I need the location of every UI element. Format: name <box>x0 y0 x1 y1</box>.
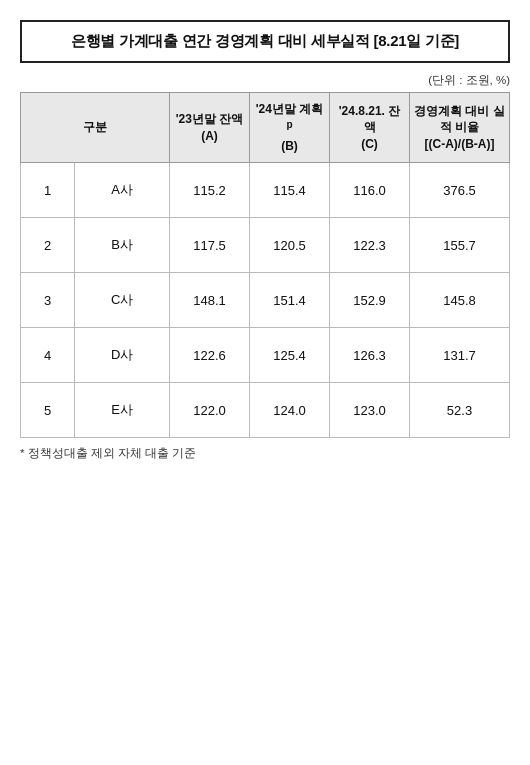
cell-name: A사 <box>75 163 170 218</box>
cell-b: 120.5 <box>250 218 330 273</box>
cell-a: 117.5 <box>170 218 250 273</box>
col-header-c: '24.8.21. 잔액 (C) <box>330 93 410 163</box>
col-header-a: '23년말 잔액 (A) <box>170 93 250 163</box>
page-wrapper: 은행별 가계대출 연간 경영계획 대비 세부실적 [8.21일 기준] (단위 … <box>20 20 510 461</box>
cell-c: 116.0 <box>330 163 410 218</box>
cell-name: D사 <box>75 328 170 383</box>
cell-ratio: 131.7 <box>410 328 510 383</box>
col-header-ratio: 경영계획 대비 실적 비율 [(C-A)/(B-A)] <box>410 93 510 163</box>
cell-num: 5 <box>21 383 75 438</box>
col-ratio-sub: [(C-A)/(B-A)] <box>425 137 495 151</box>
main-table: 구분 '23년말 잔액 (A) '24년말 계획p (B) '24.8.21. … <box>20 92 510 438</box>
cell-c: 126.3 <box>330 328 410 383</box>
cell-ratio: 52.3 <box>410 383 510 438</box>
cell-num: 2 <box>21 218 75 273</box>
cell-num: 1 <box>21 163 75 218</box>
col-b-sub: (B) <box>281 139 298 153</box>
cell-b: 151.4 <box>250 273 330 328</box>
unit-label: (단위 : 조원, %) <box>20 73 510 88</box>
cell-name: C사 <box>75 273 170 328</box>
col-b-label: '24년말 계획 <box>256 102 324 116</box>
col-a-sub: (A) <box>201 129 218 143</box>
col-ratio-label: 경영계획 대비 실적 비율 <box>414 104 505 135</box>
cell-ratio: 376.5 <box>410 163 510 218</box>
cell-a: 148.1 <box>170 273 250 328</box>
cell-name: B사 <box>75 218 170 273</box>
cell-a: 122.6 <box>170 328 250 383</box>
table-row: 4 D사 122.6 125.4 126.3 131.7 <box>21 328 510 383</box>
cell-num: 3 <box>21 273 75 328</box>
cell-c: 123.0 <box>330 383 410 438</box>
col-b-sup: p <box>286 119 292 130</box>
footnote: * 정책성대출 제외 자체 대출 기준 <box>20 446 510 461</box>
table-row: 1 A사 115.2 115.4 116.0 376.5 <box>21 163 510 218</box>
cell-name: E사 <box>75 383 170 438</box>
page-title: 은행별 가계대출 연간 경영계획 대비 세부실적 [8.21일 기준] <box>71 32 459 49</box>
cell-ratio: 145.8 <box>410 273 510 328</box>
col-c-sub: (C) <box>361 137 378 151</box>
col-header-num: 구분 <box>21 93 170 163</box>
cell-b: 124.0 <box>250 383 330 438</box>
table-row: 5 E사 122.0 124.0 123.0 52.3 <box>21 383 510 438</box>
cell-num: 4 <box>21 328 75 383</box>
col-c-label: '24.8.21. 잔액 <box>339 104 401 135</box>
cell-a: 115.2 <box>170 163 250 218</box>
col-a-label: '23년말 잔액 <box>176 112 244 126</box>
cell-b: 115.4 <box>250 163 330 218</box>
table-row: 2 B사 117.5 120.5 122.3 155.7 <box>21 218 510 273</box>
cell-ratio: 155.7 <box>410 218 510 273</box>
cell-b: 125.4 <box>250 328 330 383</box>
cell-c: 152.9 <box>330 273 410 328</box>
cell-c: 122.3 <box>330 218 410 273</box>
cell-a: 122.0 <box>170 383 250 438</box>
col-header-b: '24년말 계획p (B) <box>250 93 330 163</box>
title-box: 은행별 가계대출 연간 경영계획 대비 세부실적 [8.21일 기준] <box>20 20 510 63</box>
table-row: 3 C사 148.1 151.4 152.9 145.8 <box>21 273 510 328</box>
